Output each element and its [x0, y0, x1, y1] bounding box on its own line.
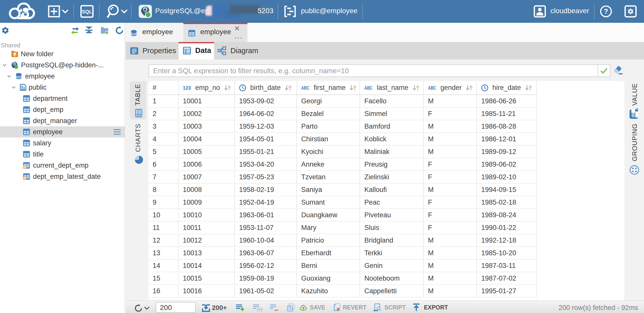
svg-text:SQL: SQL: [82, 9, 92, 14]
svg-text:?: ?: [604, 7, 608, 15]
svg-text:(+): (+): [257, 307, 262, 311]
svg-text:ABC: ABC: [364, 85, 372, 91]
svg-text:ABC: ABC: [428, 85, 436, 91]
svg-text:ABC: ABC: [301, 85, 309, 91]
svg-text:123: 123: [183, 85, 191, 91]
